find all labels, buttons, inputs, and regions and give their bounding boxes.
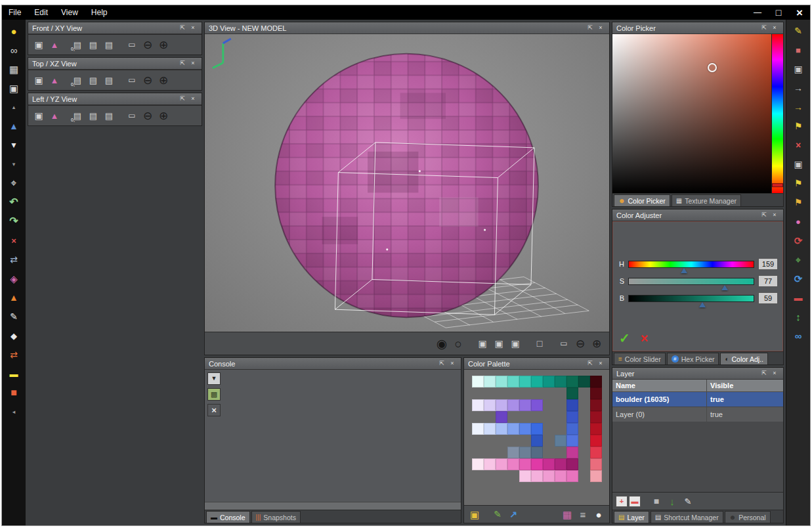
palette-swatch[interactable] [566, 411, 578, 423]
close-button[interactable]: × [789, 5, 810, 20]
palette-swatch[interactable] [566, 470, 578, 482]
palette-swatch[interactable] [519, 470, 531, 482]
merge-layers-button[interactable]: ■ [649, 494, 664, 508]
menu-file[interactable]: File [2, 5, 28, 20]
palette-swatch[interactable] [578, 376, 590, 387]
palette-swatch[interactable] [496, 376, 507, 387]
console-dropdown-button[interactable]: ▼ [207, 372, 221, 385]
console-scrollbar[interactable] [205, 502, 461, 510]
palette-swatch[interactable] [555, 470, 566, 482]
palette-swatch[interactable] [519, 458, 531, 470]
cone-orange-icon[interactable]: ▲ [5, 290, 22, 305]
palette-swatch[interactable] [507, 447, 519, 458]
close-panel-icon[interactable]: × [188, 59, 198, 68]
voxel-colors-icon[interactable]: ◈ [5, 271, 22, 286]
snapshot-store-button[interactable]: ▤ [86, 108, 100, 123]
hue-bar-handle[interactable] [772, 183, 783, 187]
view-preset-side-button[interactable]: ▣ [492, 336, 506, 351]
link-icon[interactable]: ∞ [790, 328, 807, 343]
layer-row-layer0[interactable]: Layer (0) true [612, 407, 783, 422]
color-picker-marker[interactable] [708, 63, 717, 72]
bounding-box-icon[interactable]: ▣ [5, 81, 22, 95]
palette-swatch[interactable] [566, 399, 578, 411]
palette-swatch[interactable] [566, 387, 578, 399]
grab-tool-icon[interactable]: ⌖ [790, 252, 807, 267]
float-panel-icon[interactable]: ⇱ [178, 24, 187, 32]
snapshot-load-button[interactable]: ▤ [102, 73, 116, 87]
snapshot-load-button[interactable]: ▤ [102, 37, 116, 52]
flag-icon[interactable]: ⚑ [790, 119, 807, 133]
close-panel-icon[interactable]: × [188, 95, 198, 103]
delete-page-icon[interactable]: × [790, 138, 807, 152]
export-palette-icon[interactable]: ↗ [506, 507, 521, 521]
fill-tool-icon[interactable]: ◆ [5, 328, 22, 343]
cancel-color-button[interactable]: × [641, 331, 649, 346]
brightness-slider-handle[interactable] [699, 302, 706, 307]
console-output[interactable]: ▼▩× [205, 370, 461, 510]
grid-toggle-icon[interactable]: ▦ [5, 62, 22, 76]
color-adjuster-header[interactable]: Color Adjuster ⇱× [612, 210, 783, 221]
reset-view-button[interactable]: ▭ [125, 108, 139, 123]
zoom-out-button[interactable]: ⊖ [573, 336, 588, 351]
color-picker-header[interactable]: Color Picker ⇱× [612, 22, 783, 34]
palette-swatch[interactable] [496, 399, 507, 411]
palette-swatch[interactable] [472, 376, 484, 387]
palette-area[interactable] [464, 370, 609, 505]
zoom-in-button[interactable]: ⊕ [156, 108, 171, 123]
palette-swatch[interactable] [590, 458, 602, 470]
palette-swatch[interactable] [507, 376, 519, 387]
palette-grid-icon[interactable]: ▦ [560, 507, 574, 521]
palette-swatch[interactable] [496, 458, 507, 470]
rotate-blue-icon[interactable]: ⟳ [790, 271, 807, 286]
collapse-down-icon[interactable]: ▾ [5, 157, 22, 171]
saturation-slider[interactable] [628, 278, 754, 285]
palette-swatch[interactable] [531, 423, 543, 435]
hue-slider[interactable] [628, 261, 754, 268]
undo-icon[interactable]: ↶ [5, 195, 22, 210]
layer-link-icon[interactable]: ▣ [32, 73, 46, 87]
zoom-in-button[interactable]: ⊕ [156, 73, 171, 87]
palette-swatch[interactable] [484, 376, 496, 387]
float-panel-icon[interactable]: ⇱ [759, 369, 769, 378]
minimize-button[interactable]: — [747, 5, 768, 20]
palette-swatch[interactable] [507, 423, 519, 435]
palette-swatch[interactable] [555, 376, 566, 387]
console-run-button[interactable]: ▩ [207, 388, 221, 401]
close-panel-icon[interactable]: × [596, 24, 605, 32]
collapse-left-icon[interactable]: ◂ [5, 405, 22, 419]
zoom-out-button[interactable]: ⊖ [140, 108, 155, 123]
palette-swatch[interactable] [496, 411, 507, 423]
float-panel-icon[interactable]: ⇱ [586, 24, 595, 32]
copy-icon[interactable]: ▣ [790, 62, 807, 76]
tab-texture-manager[interactable]: ▦Texture Manager [672, 194, 741, 206]
cone-marker-icon[interactable]: ▲ [47, 108, 62, 123]
snapshot-slot-0-button[interactable]: ▤0, [70, 73, 85, 87]
close-panel-icon[interactable]: × [596, 359, 605, 368]
reset-view-button[interactable]: ▭ [125, 37, 139, 52]
float-panel-icon[interactable]: ⇱ [759, 24, 769, 32]
view-preset-top-button[interactable]: ▣ [508, 336, 523, 351]
palette-swatch[interactable] [519, 423, 531, 435]
palette-swatch[interactable] [555, 458, 566, 470]
float-panel-icon[interactable]: ⇱ [178, 59, 187, 68]
saturation-brightness-field[interactable] [612, 34, 771, 193]
select-tool-icon[interactable]: ⌖ [5, 176, 22, 190]
marker-tool-icon[interactable]: ▬ [5, 366, 22, 381]
layer-link-icon[interactable]: ▣ [32, 108, 46, 123]
redo-icon[interactable]: ↷ [5, 214, 22, 229]
close-panel-icon[interactable]: × [448, 359, 457, 368]
tab-console[interactable]: ▬Console [206, 511, 250, 523]
light-toggle-icon[interactable]: ● [5, 24, 22, 38]
palette-swatch[interactable] [496, 423, 507, 435]
left-yz-view-header[interactable]: Left / YZ View ⇱× [28, 93, 202, 105]
draw-tool-icon[interactable]: ✎ [790, 24, 807, 38]
hue-slider-handle[interactable] [681, 268, 687, 273]
snapshot-slot-0-button[interactable]: ▤0, [70, 108, 85, 123]
remove-capsule-icon[interactable]: ▬ [790, 290, 807, 305]
layer-link-icon[interactable]: ▣ [32, 37, 46, 52]
palette-swatch[interactable] [566, 435, 578, 447]
palette-swatch[interactable] [531, 376, 543, 387]
menu-help[interactable]: Help [85, 5, 114, 20]
palette-swatch[interactable] [484, 399, 496, 411]
palette-swatch[interactable] [590, 435, 602, 447]
